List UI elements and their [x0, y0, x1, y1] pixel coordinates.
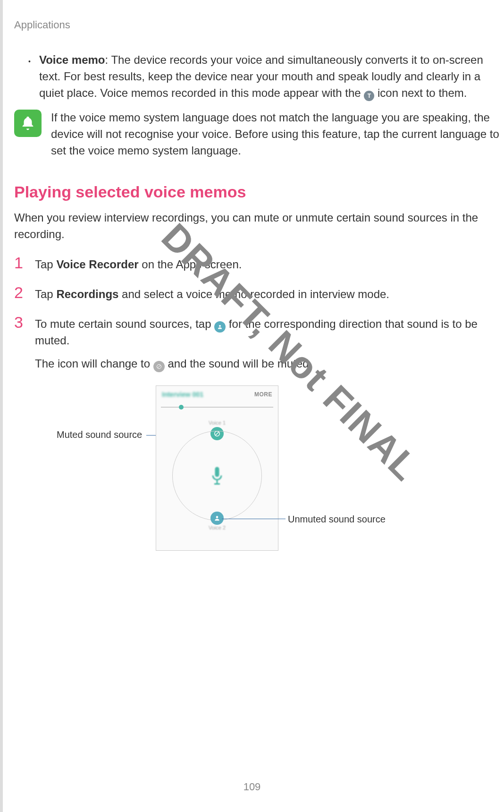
step-3-line1-pre: To mute certain sound sources, tap	[35, 317, 214, 330]
step-1-pre: Tap	[35, 258, 56, 271]
step-2: 2 Tap Recordings and select a voice memo…	[14, 286, 499, 303]
svg-point-0	[219, 325, 221, 327]
step-3: 3 To mute certain sound sources, tap for…	[14, 316, 499, 372]
step-3-line2-post: and the sound will be muted.	[165, 357, 312, 370]
bullet-dot-icon: •	[28, 58, 31, 65]
bullet-text-2: icon next to them.	[374, 86, 467, 99]
note-text: If the voice memo system language does n…	[51, 110, 499, 159]
voice-1-label: Voice 1	[209, 420, 226, 426]
step-number: 3	[14, 314, 25, 330]
step-number: 1	[14, 255, 25, 271]
playback-slider[interactable]	[161, 407, 273, 408]
step-1: 1 Tap Voice Recorder on the Apps screen.	[14, 256, 499, 273]
voice-2-label: Voice 2	[209, 525, 226, 530]
phone-header: Interview 001 MORE	[156, 386, 278, 403]
step-text: To mute certain sound sources, tap for t…	[35, 316, 499, 372]
bullet-item: • Voice memo: The device records your vo…	[14, 52, 499, 101]
section-intro: When you review interview recordings, yo…	[14, 210, 499, 243]
voice-memo-t-icon: T	[364, 91, 374, 101]
header-section-label: Applications	[14, 19, 70, 31]
step-text: Tap Voice Recorder on the Apps screen.	[35, 256, 499, 273]
bullet-bold: Voice memo	[39, 53, 105, 66]
step-2-post: and select a voice memo recorded in inte…	[118, 288, 389, 300]
more-button[interactable]: MORE	[254, 391, 272, 398]
step-2-pre: Tap	[35, 288, 56, 300]
page-border	[0, 0, 3, 812]
unmuted-source-icon[interactable]	[210, 512, 224, 525]
page-number: 109	[244, 781, 261, 793]
callout-unmuted: Unmuted sound source	[288, 514, 386, 525]
bullet-text: Voice memo: The device records your voic…	[39, 52, 499, 101]
bell-icon	[14, 110, 42, 137]
screenshot-block: Muted sound source Interview 001 MORE Vo…	[14, 385, 499, 574]
svg-rect-5	[215, 467, 219, 477]
phone-screenshot: Interview 001 MORE Voice 1 Voice 2	[156, 385, 278, 551]
slider-thumb[interactable]	[179, 405, 184, 410]
microphone-icon	[209, 465, 226, 487]
step-1-post: on the Apps screen.	[139, 258, 242, 271]
callout-line	[222, 519, 286, 519]
step-text: Tap Recordings and select a voice memo r…	[35, 286, 499, 303]
step-number: 2	[14, 284, 25, 300]
step-1-bold: Voice Recorder	[56, 258, 138, 271]
person-icon	[214, 321, 226, 333]
recording-title: Interview 001	[162, 391, 203, 398]
section-heading: Playing selected voice memos	[14, 183, 499, 201]
note-block: If the voice memo system language does n…	[14, 110, 499, 159]
step-2-bold: Recordings	[56, 288, 118, 300]
main-content: • Voice memo: The device records your vo…	[14, 52, 504, 574]
mute-icon	[153, 361, 165, 372]
svg-point-8	[216, 516, 218, 518]
callout-muted: Muted sound source	[57, 429, 142, 440]
step-3-line2-pre: The icon will change to	[35, 357, 153, 370]
svg-line-2	[158, 365, 160, 368]
